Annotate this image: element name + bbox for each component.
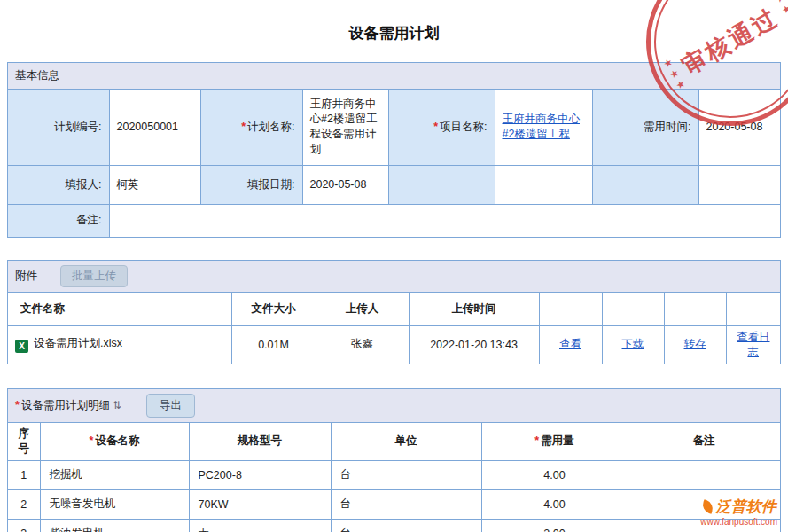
plan-no-label: 计划编号: — [8, 90, 109, 165]
batch-upload-button[interactable]: 批量上传 — [60, 265, 128, 287]
col-header-seq: 序号 — [8, 423, 40, 461]
details-table: 序号 *设备名称 规格型号 单位 *需用量 备注 1 挖掘机 PC200-8 台… — [8, 423, 780, 532]
export-button[interactable]: 导出 — [146, 394, 195, 418]
col-header-file-size: 文件大小 — [231, 293, 316, 325]
qty-cell: 4.00 — [481, 460, 628, 489]
unit-cell: 台 — [331, 519, 481, 532]
required-mark: * — [433, 121, 438, 133]
qty-cell: 2.00 — [481, 519, 628, 532]
unit-cell: 台 — [331, 460, 481, 489]
download-cell: 下载 — [602, 325, 664, 364]
col-header-upload-time: 上传时间 — [409, 293, 539, 325]
upload-time-cell: 2022-01-20 13:43 — [409, 325, 539, 364]
col-header-equipment-name: *设备名称 — [40, 423, 189, 461]
view-cell: 查看 — [539, 325, 602, 364]
qty-cell: 4.00 — [481, 489, 628, 519]
fill-date-label: 填报日期: — [200, 165, 302, 204]
section-plan-details: * 设备需用计划明细 ⇅ 导出 序号 *设备名称 规格型号 单位 *需用量 备注… — [7, 388, 781, 532]
transfer-cell: 转存 — [664, 325, 726, 364]
remark-value — [109, 204, 780, 237]
col-header-unit: 单位 — [331, 423, 481, 461]
seq-cell: 1 — [8, 460, 40, 489]
basic-info-title: 基本信息 — [15, 68, 59, 83]
empty-label-cell — [592, 165, 698, 204]
file-size-cell: 0.01M — [231, 325, 316, 364]
transfer-link[interactable]: 转存 — [684, 338, 706, 350]
remark-label: 备注: — [8, 204, 109, 237]
section-attachments: 附件 批量上传 文件名称 文件大小 上传人 上传时间 X设备需用计划.xlsx … — [7, 260, 781, 364]
required-mark: * — [15, 399, 20, 411]
table-row: 2 无噪音发电机 70KW 台 4.00 — [8, 489, 780, 519]
filler-value: 柯英 — [109, 165, 200, 204]
empty-value-cell — [495, 165, 592, 204]
attachment-row: X设备需用计划.xlsx 0.01M 张鑫 2022-01-20 13:43 查… — [8, 325, 780, 364]
remark-cell — [628, 460, 780, 489]
view-log-cell: 查看日志 — [726, 325, 780, 364]
brand-url: www.fanpusoft.com — [700, 517, 777, 527]
col-header-empty — [539, 293, 602, 325]
basic-info-header: 基本信息 — [8, 63, 780, 90]
project-name-value: 王府井商务中心#2楼遗留工程 — [495, 90, 592, 165]
equipment-name-cell: 挖掘机 — [40, 460, 189, 489]
filler-label: 填报人: — [8, 165, 109, 204]
basic-info-table: 计划编号: 2020050001 *计划名称: 王府井商务中心#2楼遗留工程设备… — [8, 90, 780, 237]
col-header-empty — [726, 293, 780, 325]
uploader-cell: 张鑫 — [316, 325, 409, 364]
unit-cell: 台 — [331, 489, 481, 519]
plan-name-label: *计划名称: — [200, 90, 302, 165]
brand-logo: 泛普软件 www.fanpusoft.com — [700, 497, 777, 527]
col-header-uploader: 上传人 — [316, 293, 409, 325]
file-name-cell: X设备需用计划.xlsx — [8, 325, 231, 364]
empty-label-cell — [388, 165, 495, 204]
plan-name-value: 王府井商务中心#2楼遗留工程设备需用计划 — [302, 90, 388, 165]
need-time-value: 2020-05-08 — [698, 90, 780, 165]
details-header: * 设备需用计划明细 ⇅ 导出 — [8, 389, 780, 423]
empty-value-cell — [698, 165, 780, 204]
file-name: 设备需用计划.xlsx — [34, 337, 122, 349]
col-header-empty — [602, 293, 664, 325]
section-basic-info: 基本信息 计划编号: 2020050001 *计划名称: 王府井商务中心#2楼遗… — [7, 62, 781, 238]
table-row: 3 柴油发电机 无 台 2.00 — [8, 519, 780, 532]
sort-icon[interactable]: ⇅ — [113, 399, 121, 411]
spec-cell: PC200-8 — [189, 460, 331, 489]
view-link[interactable]: 查看 — [559, 338, 581, 350]
col-header-empty — [664, 293, 726, 325]
col-header-required-qty: *需用量 — [481, 423, 628, 461]
spec-cell: 无 — [189, 519, 331, 532]
col-header-remark: 备注 — [628, 423, 780, 461]
download-link[interactable]: 下载 — [622, 338, 644, 350]
fill-date-value: 2020-05-08 — [302, 165, 388, 204]
table-row: 1 挖掘机 PC200-8 台 4.00 — [8, 460, 780, 489]
equipment-name-cell: 柴油发电机 — [40, 519, 189, 532]
need-time-label: 需用时间: — [592, 90, 698, 165]
spec-cell: 70KW — [189, 489, 331, 519]
project-name-link[interactable]: 王府井商务中心#2楼遗留工程 — [503, 113, 581, 140]
col-header-spec-model: 规格型号 — [189, 423, 331, 461]
attachments-table: 文件名称 文件大小 上传人 上传时间 X设备需用计划.xlsx 0.01M 张鑫… — [8, 293, 780, 364]
project-name-label: *项目名称: — [388, 90, 495, 165]
plan-no-value: 2020050001 — [109, 90, 200, 165]
brand-name: 泛普软件 — [716, 497, 776, 517]
equipment-name-cell: 无噪音发电机 — [40, 489, 189, 519]
leaf-icon — [700, 499, 715, 514]
required-mark: * — [241, 121, 246, 133]
seq-cell: 2 — [8, 489, 40, 519]
excel-file-icon: X — [15, 340, 28, 353]
seq-cell: 3 — [8, 519, 40, 532]
required-mark: * — [534, 434, 539, 447]
col-header-file-name: 文件名称 — [8, 293, 231, 325]
attachments-header: 附件 批量上传 — [8, 261, 780, 293]
view-log-link[interactable]: 查看日志 — [737, 331, 770, 358]
required-mark: * — [90, 434, 94, 447]
attachments-title: 附件 — [15, 269, 37, 284]
page-title: 设备需用计划 — [0, 0, 788, 62]
details-title: 设备需用计划明细 — [21, 398, 110, 413]
